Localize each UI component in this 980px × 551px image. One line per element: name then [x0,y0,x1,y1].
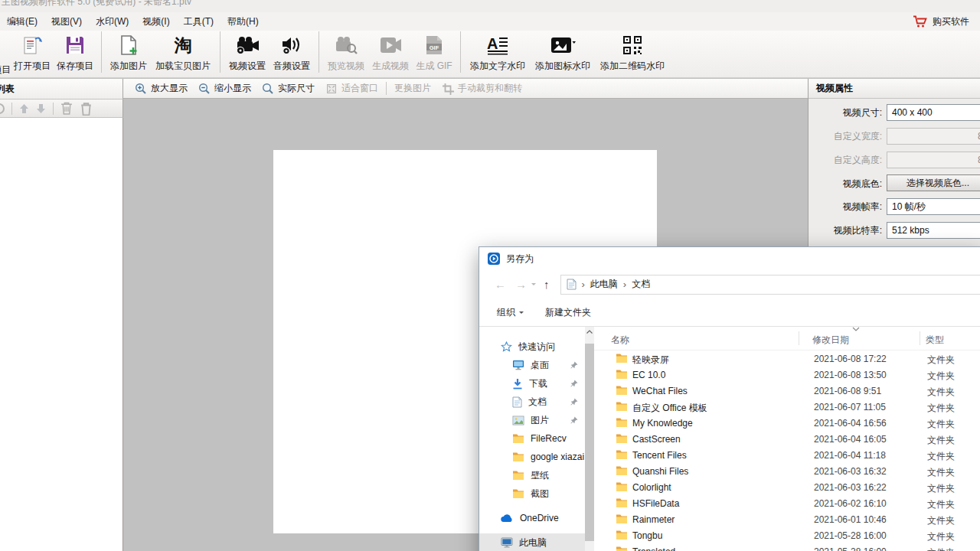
sidebar-item-screenshots[interactable]: 截图 [479,484,585,503]
file-row[interactable]: EC 10.0 2021-06-08 13:50 文件夹 [594,367,980,383]
file-row[interactable]: 自定义 Office 模板 2021-06-07 11:05 文件夹 [594,399,980,415]
add-image-button[interactable]: 添加图片 [106,33,151,73]
menu-item[interactable]: 水印(W) [89,12,136,31]
new-project-button[interactable]: 新建项目 [0,37,15,77]
file-name: Tencent Files [632,450,687,461]
zoom-in-icon [135,83,147,95]
address-bar[interactable]: › 此电脑 › 文档 [560,275,980,295]
breadcrumb-documents[interactable]: 文档 [632,278,650,291]
sidebar-item-filerecv[interactable]: FileRecv [479,429,585,448]
toolbar-separator [220,31,220,73]
file-row[interactable]: My Knowledge 2021-06-04 16:56 文件夹 [594,415,980,431]
file-row[interactable]: HSFileData 2021-06-02 16:10 文件夹 [594,495,980,511]
actual-size-button[interactable]: 实际尺寸 [256,82,320,95]
open-project-button[interactable]: 打开项目 [11,33,54,73]
document-icon [512,396,522,408]
file-row[interactable]: Rainmeter 2021-06-01 10:46 文件夹 [594,511,980,527]
menu-item[interactable]: 视频(I) [136,12,176,31]
sidebar-item-desktop[interactable]: 桌面 [479,356,585,374]
buy-software-label: 购买软件 [933,15,969,28]
add-text-watermark-button[interactable]: A 添加文字水印 [466,33,530,73]
preview-video-button[interactable]: 预览视频 [324,33,368,73]
frame-rate-combobox[interactable]: 10 帧/秒 [887,198,980,215]
manual-crop-button[interactable]: 手动裁剪和翻转 [436,82,528,95]
video-size-combobox[interactable]: 400 x 400 [887,104,980,121]
file-row[interactable]: Colorlight 2021-06-03 16:22 文件夹 [594,479,980,495]
zoom-out-button[interactable]: 缩小显示 [193,82,256,95]
recent-locations-caret-icon[interactable] [531,283,536,288]
folder-icon [616,449,628,460]
menu-item[interactable]: 工具(T) [177,12,220,31]
audio-settings-button[interactable]: 音频设置 [270,33,314,73]
breadcrumb-this-pc[interactable]: 此电脑 [590,278,618,291]
bitrate-combobox[interactable]: 512 kbps [887,222,980,239]
choose-background-color-button[interactable]: 选择视频底色... [887,174,980,191]
generate-video-label: 生成视频 [372,60,409,73]
open-project-icon [21,33,44,57]
video-settings-button[interactable]: 视频设置 [225,33,270,73]
add-qrcode-watermark-button[interactable]: 添加二维码水印 [596,33,669,73]
delete-item-button[interactable] [60,102,73,115]
open-project-label: 打开项目 [14,60,51,73]
magnifier-icon [262,83,274,95]
sidebar-scrollbar[interactable] [585,327,594,551]
move-up-button[interactable] [19,103,29,114]
file-row[interactable]: Tongbu 2021-05-28 16:00 文件夹 [594,527,980,543]
generate-video-button[interactable]: 生成视频 [368,33,413,73]
breadcrumb-chevron-icon: › [582,279,585,290]
column-header-name[interactable]: 名称 [611,334,629,347]
forward-button[interactable]: → [511,279,531,290]
chevron-down-icon [519,311,524,316]
file-row[interactable]: 轻映录屏 2021-06-08 17:22 文件夹 [594,350,980,367]
file-row[interactable]: Tencent Files 2021-06-04 11:18 文件夹 [594,447,980,463]
sidebar-item-downloads[interactable]: 下载 [479,374,585,393]
zoom-in-button[interactable]: 放大显示 [129,82,193,95]
menu-item[interactable]: 编辑(E) [0,12,44,31]
app-window: 主图视频制作软件 5.0 (免费试用) - 未命名1.ptv 编辑(E)视图(V… [0,0,980,551]
scroll-up-icon[interactable] [586,330,593,334]
file-row[interactable]: Quanshi Files 2021-06-03 16:32 文件夹 [594,463,980,479]
file-row[interactable]: WeChat Files 2021-06-08 9:51 文件夹 [594,383,980,399]
replace-image-button[interactable]: 更换图片 [389,82,436,95]
actual-size-label: 实际尺寸 [278,82,315,95]
image-list-panel-title: 列表 [0,83,15,96]
back-button[interactable]: ← [490,279,511,290]
column-header-date[interactable]: 修改日期 [812,334,849,347]
new-folder-button[interactable]: 新建文件夹 [545,306,591,319]
scrollbar-thumb[interactable] [585,344,594,541]
sidebar-item-quick-access[interactable]: 快速访问 [479,337,585,356]
column-divider[interactable] [799,331,799,345]
background-color-row: 视频底色: 选择视频底色... [808,174,980,193]
file-row[interactable]: CastScreen 2021-06-04 16:05 文件夹 [594,431,980,447]
organize-menu-button[interactable]: 组织 [497,306,524,319]
file-row[interactable]: Translated 2021-05-28 16:00 文件夹 [594,543,980,551]
add-qrcode-watermark-label: 添加二维码水印 [600,60,665,73]
organize-label: 组织 [497,306,515,319]
sidebar-item-documents[interactable]: 文档 [479,393,585,411]
image-list-panel-body[interactable] [0,118,123,551]
buy-software-button[interactable]: 购买软件 [913,15,969,28]
save-project-button[interactable]: 保存项目 [54,33,96,73]
sidebar-item-onedrive[interactable]: OneDrive [479,509,585,527]
sidebar-item-pictures[interactable]: 图片 [479,411,585,429]
file-type: 文件夹 [927,498,955,511]
load-taobao-images-button[interactable]: 淘 加载宝贝图片 [151,33,215,73]
menu-item[interactable]: 视图(V) [44,12,89,31]
menu-item[interactable]: 帮助(H) [220,12,266,31]
fit-window-button[interactable]: 适合窗口 [320,82,384,95]
move-down-button[interactable] [36,103,46,114]
folder-icon [512,433,524,444]
dialog-nav-bar: ← → ↑ › 此电脑 › 文档 [479,270,980,298]
add-icon-watermark-button[interactable]: 添加图标水印 [530,33,596,73]
file-date: 2021-05-28 16:00 [814,546,887,551]
dialog-titlebar[interactable]: 另存为 [479,247,980,270]
clear-all-button[interactable] [80,102,93,116]
column-header-type[interactable]: 类型 [926,334,944,347]
add-image-icon [118,33,139,57]
sidebar-item-wallpaper[interactable]: 壁纸 [479,466,585,484]
column-divider[interactable] [920,331,920,345]
sidebar-item-this-pc[interactable]: 此电脑 [479,533,585,551]
generate-gif-button[interactable]: GIF 生成 GIF [413,33,456,73]
up-button[interactable]: ↑ [539,279,554,290]
sidebar-item-google-xiazai[interactable]: google xiazai [479,448,585,466]
